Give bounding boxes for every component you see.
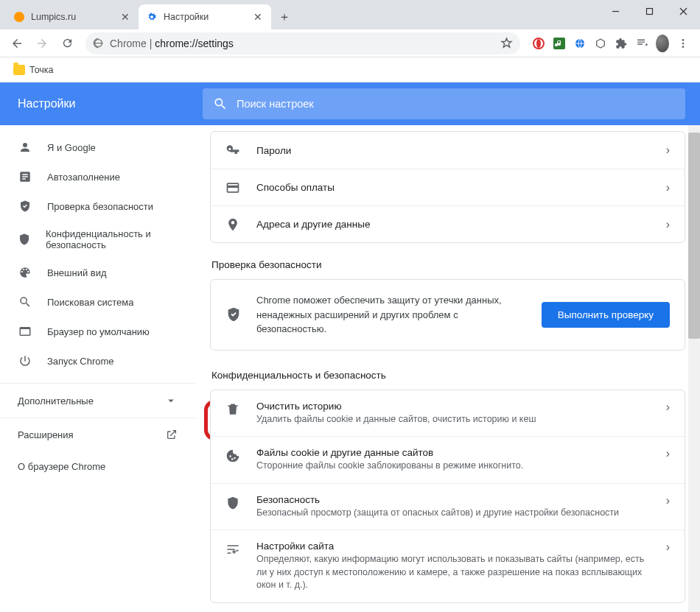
svg-rect-2 bbox=[646, 8, 652, 14]
tab-title: Lumpics.ru bbox=[31, 12, 113, 22]
tab-close-icon[interactable]: ✕ bbox=[252, 11, 264, 23]
nav-label: Конфиденциальность и безопасность bbox=[46, 228, 178, 250]
nav-label: Поисковая система bbox=[47, 297, 134, 308]
cookie-icon bbox=[225, 449, 240, 463]
nav-label: Проверка безопасности bbox=[47, 201, 153, 212]
extension-icons bbox=[532, 37, 690, 50]
chevron-right-icon: › bbox=[666, 401, 670, 414]
chevron-right-icon: › bbox=[666, 181, 670, 194]
folder-icon bbox=[13, 65, 25, 75]
scrollbar-track[interactable] bbox=[688, 125, 700, 612]
svg-point-7 bbox=[536, 39, 541, 48]
row-label: Файлы cookie и другие данные сайтов bbox=[256, 447, 650, 458]
tab-lumpics[interactable]: Lumpics.ru ✕ bbox=[6, 4, 139, 29]
favicon-orange-icon bbox=[13, 11, 25, 23]
reading-list-icon[interactable] bbox=[635, 37, 648, 50]
settings-search-input[interactable] bbox=[237, 98, 675, 110]
nav-label: Я и Google bbox=[47, 142, 96, 153]
nav-label: Запуск Chrome bbox=[47, 356, 114, 367]
autofill-card: Пароли › Способы оплаты › Адреса и други… bbox=[210, 131, 685, 243]
window-titlebar: Lumpics.ru ✕ Настройки ✕ ＋ bbox=[0, 0, 700, 29]
window-controls bbox=[598, 0, 700, 22]
row-passwords[interactable]: Пароли › bbox=[211, 132, 685, 169]
nav-appearance[interactable]: Внешний вид bbox=[0, 258, 195, 287]
close-window-button[interactable] bbox=[666, 0, 700, 22]
settings-app: Настройки Я и Google Автозаполнение Пров… bbox=[0, 82, 700, 612]
minimize-button[interactable] bbox=[598, 0, 632, 22]
row-addresses[interactable]: Адреса и другие данные › bbox=[211, 205, 685, 242]
settings-sidebar: Настройки Я и Google Автозаполнение Пров… bbox=[0, 82, 195, 612]
shield-check-icon bbox=[18, 199, 32, 214]
row-label: Безопасность bbox=[256, 494, 650, 505]
shield-icon bbox=[18, 232, 31, 247]
maximize-button[interactable] bbox=[632, 0, 666, 22]
forward-button[interactable] bbox=[31, 32, 53, 54]
row-label: Очистить историю bbox=[256, 401, 650, 412]
nav-privacy[interactable]: Конфиденциальность и безопасность bbox=[0, 221, 195, 258]
tab-close-icon[interactable]: ✕ bbox=[119, 11, 131, 23]
site-info-icon[interactable] bbox=[93, 38, 104, 49]
about-label: О браузере Chrome bbox=[18, 461, 105, 472]
nav-label: Внешний вид bbox=[47, 267, 107, 278]
bookmark-star-icon[interactable] bbox=[500, 37, 513, 49]
profile-avatar[interactable] bbox=[656, 37, 669, 50]
open-external-icon bbox=[166, 429, 178, 440]
url-text: Chrome | chrome://settings bbox=[110, 38, 234, 49]
nav-about-chrome[interactable]: О браузере Chrome bbox=[0, 451, 195, 482]
chevron-down-icon bbox=[164, 394, 178, 407]
shield-check-icon bbox=[225, 306, 242, 323]
trash-icon bbox=[225, 402, 240, 417]
tune-icon bbox=[225, 542, 240, 557]
safety-text: Chrome поможет обеспечить защиту от утеч… bbox=[256, 293, 527, 337]
tab-title: Настройки bbox=[164, 12, 246, 22]
nav-safety-check[interactable]: Проверка безопасности bbox=[0, 191, 195, 221]
ext-cube-icon[interactable] bbox=[594, 37, 607, 50]
settings-search[interactable] bbox=[203, 88, 685, 119]
address-bar[interactable]: Chrome | chrome://settings bbox=[85, 32, 520, 54]
scrollbar-thumb[interactable] bbox=[688, 133, 700, 339]
search-icon bbox=[18, 295, 32, 309]
new-tab-button[interactable]: ＋ bbox=[274, 7, 295, 27]
row-payment-methods[interactable]: Способы оплаты › bbox=[211, 169, 685, 205]
palette-icon bbox=[18, 265, 32, 280]
nav-default-browser[interactable]: Браузер по умолчанию bbox=[0, 317, 195, 346]
nav-on-startup[interactable]: Запуск Chrome bbox=[0, 346, 195, 376]
section-privacy-title: Конфиденциальность и безопасность bbox=[211, 370, 684, 381]
row-sub: Удалить файлы cookie и данные сайтов, оч… bbox=[256, 413, 650, 426]
chevron-right-icon: › bbox=[666, 494, 670, 507]
bookmark-label: Точка bbox=[29, 65, 54, 75]
nav-advanced-toggle[interactable]: Дополнительные bbox=[0, 384, 195, 418]
row-clear-history[interactable]: Очистить историю Удалить файлы cookie и … bbox=[211, 390, 685, 437]
menu-button[interactable] bbox=[676, 37, 690, 50]
ext-globe-icon[interactable] bbox=[573, 37, 587, 50]
reload-button[interactable] bbox=[56, 32, 78, 54]
row-cookies[interactable]: Файлы cookie и другие данные сайтов Стор… bbox=[211, 436, 685, 483]
ext-music-icon[interactable] bbox=[553, 37, 566, 50]
browser-toolbar: Chrome | chrome://settings bbox=[0, 29, 700, 57]
svg-point-11 bbox=[682, 42, 685, 44]
autofill-icon bbox=[18, 169, 32, 184]
nav-search-engine[interactable]: Поисковая система bbox=[0, 287, 195, 317]
tab-strip: Lumpics.ru ✕ Настройки ✕ ＋ bbox=[0, 0, 295, 29]
bookmark-folder[interactable]: Точка bbox=[9, 62, 58, 78]
row-site-settings[interactable]: Настройки сайта Определяют, какую информ… bbox=[211, 530, 685, 602]
extensions-puzzle-icon[interactable] bbox=[615, 37, 628, 50]
safety-check-button[interactable]: Выполнить проверку bbox=[542, 302, 670, 328]
chevron-right-icon: › bbox=[666, 218, 670, 231]
settings-main: Пароли › Способы оплаты › Адреса и други… bbox=[195, 82, 700, 612]
nav-autofill[interactable]: Автозаполнение bbox=[0, 162, 195, 191]
chevron-right-icon: › bbox=[666, 144, 670, 157]
privacy-card: Очистить историю Удалить файлы cookie и … bbox=[210, 390, 685, 603]
row-sub: Сторонние файлы cookie заблокированы в р… bbox=[256, 460, 650, 473]
advanced-label: Дополнительные bbox=[18, 395, 94, 407]
browser-icon bbox=[18, 324, 32, 339]
nav-you-and-google[interactable]: Я и Google bbox=[0, 133, 195, 162]
back-button[interactable] bbox=[6, 32, 28, 54]
shield-alert-icon bbox=[225, 496, 240, 510]
settings-title: Настройки bbox=[0, 82, 195, 125]
tab-settings[interactable]: Настройки ✕ bbox=[139, 4, 271, 29]
nav-extensions-link[interactable]: Расширения bbox=[0, 418, 195, 451]
ext-opera-icon[interactable] bbox=[532, 37, 545, 50]
row-security[interactable]: Безопасность Безопасный просмотр (защита… bbox=[211, 483, 685, 530]
row-label: Способы оплаты bbox=[256, 182, 650, 193]
